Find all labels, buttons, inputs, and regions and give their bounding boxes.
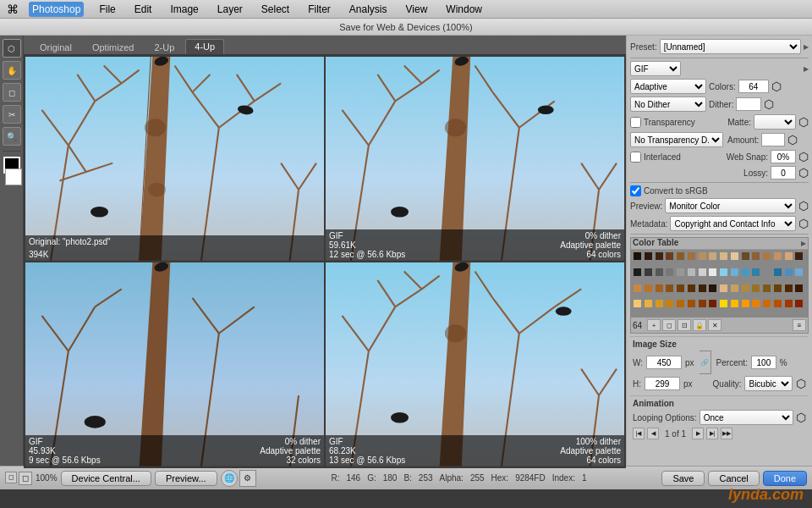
color-swatch[interactable]	[688, 268, 695, 276]
menu-select[interactable]: Select	[258, 2, 293, 17]
preview-stepper[interactable]: ⬡	[798, 199, 809, 213]
color-swatch[interactable]	[709, 252, 716, 260]
color-swatch[interactable]	[688, 284, 695, 292]
preset-select[interactable]: [Unnamed]	[660, 39, 801, 54]
tab-4up[interactable]: 4-Up	[185, 39, 224, 54]
menu-edit[interactable]: Edit	[131, 2, 156, 17]
color-swatch[interactable]	[752, 284, 760, 292]
color-swatch[interactable]	[688, 300, 695, 307]
color-swatch[interactable]	[666, 284, 673, 292]
color-swatch[interactable]	[752, 252, 760, 260]
color-swatch[interactable]	[720, 300, 727, 307]
color-swatch[interactable]	[677, 284, 684, 292]
color-swatch[interactable]	[699, 268, 706, 276]
browser-icon[interactable]: 🌐	[221, 470, 238, 487]
menu-window[interactable]: Window	[442, 2, 486, 17]
color-swatch[interactable]	[634, 252, 641, 260]
color-swatch[interactable]	[795, 300, 803, 307]
color-swatch[interactable]	[785, 252, 793, 260]
color-swatch[interactable]	[656, 252, 663, 260]
color-swatch[interactable]	[785, 284, 793, 292]
color-swatch[interactable]	[656, 300, 663, 307]
menu-photoshop[interactable]: Photoshop	[29, 2, 84, 17]
color-swatch[interactable]	[731, 268, 738, 276]
color-swatch[interactable]	[795, 252, 803, 260]
anim-play-btn[interactable]: ▶	[692, 428, 704, 439]
color-swatch[interactable]	[699, 252, 706, 260]
colors-stepper[interactable]: ⬡	[771, 80, 782, 93]
convert-srgb-checkbox[interactable]	[630, 185, 641, 196]
color-select-btn[interactable]: ◻	[662, 319, 676, 331]
menu-layer[interactable]: Layer	[214, 2, 246, 17]
color-swatch[interactable]	[666, 268, 673, 276]
anim-next-btn[interactable]: ▶|	[706, 428, 718, 439]
color-delete-btn[interactable]: ✕	[708, 319, 721, 331]
anim-prev-btn[interactable]: ◀	[647, 428, 659, 439]
cancel-button[interactable]: Cancel	[708, 471, 759, 486]
background-color[interactable]	[5, 168, 22, 185]
color-swatch[interactable]	[742, 252, 749, 260]
color-swatch[interactable]	[752, 268, 760, 276]
anim-last-btn[interactable]: ▶▶	[721, 428, 732, 439]
device-central-button[interactable]: Device Central...	[61, 471, 151, 486]
size-small-btn[interactable]: ◻	[5, 472, 17, 483]
transparency-checkbox[interactable]	[630, 117, 641, 128]
metadata-stepper[interactable]: ⬡	[798, 217, 809, 230]
web-snap-input[interactable]	[771, 150, 796, 163]
tool-select[interactable]: ⬡	[3, 39, 21, 58]
format-select[interactable]: GIF	[630, 61, 681, 76]
color-swatch[interactable]	[645, 252, 652, 260]
color-menu-btn[interactable]: ≡	[793, 319, 806, 331]
color-swatch[interactable]	[763, 268, 771, 276]
amount-stepper[interactable]: ⬡	[787, 133, 798, 146]
metadata-select[interactable]: Copyright and Contact Info	[670, 216, 796, 231]
looping-stepper[interactable]: ⬡	[796, 411, 806, 424]
color-swatch[interactable]	[774, 268, 782, 276]
height-input[interactable]	[645, 377, 680, 390]
color-swatch[interactable]	[709, 268, 716, 276]
color-swatch[interactable]	[763, 284, 771, 292]
tool-zoom[interactable]: 🔍	[3, 127, 21, 146]
color-swatch[interactable]	[774, 284, 782, 292]
color-swatch[interactable]	[795, 268, 803, 276]
menu-view[interactable]: View	[403, 2, 431, 17]
color-swatch[interactable]	[645, 268, 652, 276]
menu-filter[interactable]: Filter	[304, 2, 334, 17]
color-swatch[interactable]	[656, 284, 663, 292]
color-swatch[interactable]	[742, 300, 749, 307]
color-swatch[interactable]	[709, 284, 716, 292]
format-options-btn[interactable]: ▶	[804, 65, 809, 73]
color-new-btn[interactable]: +	[647, 319, 661, 331]
color-swatch[interactable]	[763, 252, 771, 260]
amount-input[interactable]	[761, 133, 785, 146]
color-swatch[interactable]	[731, 252, 738, 260]
color-swatch[interactable]	[742, 268, 749, 276]
tab-optimized[interactable]: Optimized	[83, 40, 144, 54]
color-swatch[interactable]	[731, 300, 738, 307]
matte-stepper[interactable]: ⬡	[798, 115, 809, 129]
color-swatch[interactable]	[785, 300, 793, 307]
color-swatch[interactable]	[720, 252, 727, 260]
color-swatch[interactable]	[634, 284, 641, 292]
color-swatch[interactable]	[634, 268, 641, 276]
tab-2up[interactable]: 2-Up	[145, 40, 184, 54]
color-snap-btn[interactable]: ⊡	[678, 319, 691, 331]
tab-original[interactable]: Original	[30, 40, 81, 54]
colors-input[interactable]	[738, 80, 769, 93]
menu-analysis[interactable]: Analysis	[346, 2, 391, 17]
preview-select[interactable]: Monitor Color	[665, 198, 796, 213]
color-swatch[interactable]	[720, 268, 727, 276]
trans-dither-select[interactable]: No Transparency D...	[630, 132, 723, 147]
preset-options-btn[interactable]: ▶	[804, 43, 809, 51]
web-snap-stepper[interactable]: ⬡	[798, 150, 809, 163]
tool-slice[interactable]: ◻	[3, 83, 21, 102]
size-large-btn[interactable]: ◻	[19, 472, 32, 485]
color-swatch[interactable]	[785, 268, 793, 276]
color-swatch[interactable]	[656, 268, 663, 276]
color-swatch[interactable]	[677, 252, 684, 260]
color-swatch[interactable]	[709, 300, 716, 307]
done-button[interactable]: Done	[763, 471, 807, 486]
matte-select[interactable]	[754, 114, 796, 130]
looping-select[interactable]: Once	[700, 410, 793, 425]
color-swatch[interactable]	[666, 300, 673, 307]
